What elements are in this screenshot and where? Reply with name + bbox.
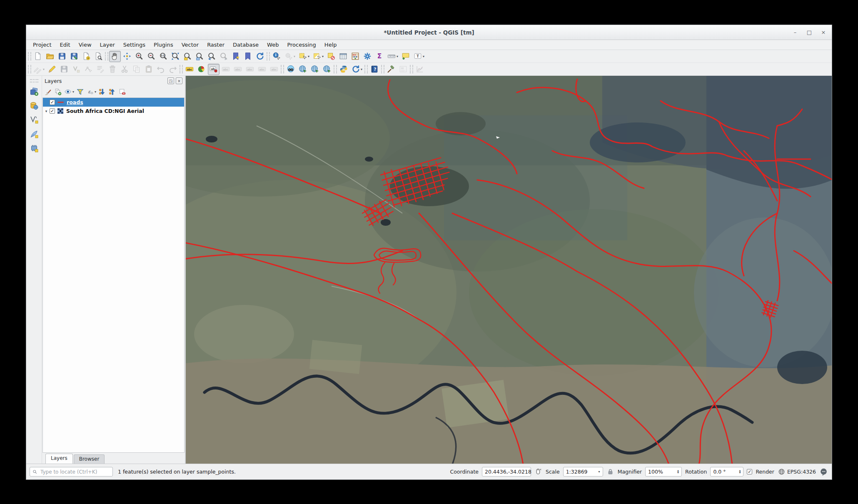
- processing-toolbox-button[interactable]: [362, 51, 373, 62]
- show-bookmarks-button[interactable]: [242, 51, 254, 62]
- toolbar-handle[interactable]: [364, 65, 368, 73]
- select-features-button[interactable]: ▾: [297, 51, 311, 62]
- menu-item[interactable]: Edit: [55, 41, 74, 49]
- field-calculator-button[interactable]: [349, 51, 361, 62]
- toolbar-handle[interactable]: [410, 65, 413, 73]
- zoom-native-button[interactable]: [157, 51, 169, 62]
- toolbar-handle[interactable]: [30, 79, 38, 82]
- new-shapefile-layer-button[interactable]: [28, 114, 40, 126]
- toolbar-handle[interactable]: [334, 65, 337, 73]
- collapse-all-button[interactable]: [108, 87, 117, 97]
- cut-features-button[interactable]: [119, 64, 130, 75]
- pin-labels-button[interactable]: [208, 64, 219, 75]
- delete-selected-button[interactable]: [107, 64, 118, 75]
- dock-tab[interactable]: Browser: [74, 454, 105, 464]
- data-source-manager-button[interactable]: [28, 86, 40, 97]
- scale-combobox[interactable]: 1:32869▾: [563, 467, 603, 477]
- new-geopackage-layer-button[interactable]: [28, 100, 40, 112]
- add-feature-button[interactable]: [70, 64, 82, 75]
- rotation-spinbox[interactable]: 0.0 °▴▾: [710, 467, 743, 477]
- extents-toggle-icon[interactable]: [534, 468, 542, 476]
- new-project-button[interactable]: [32, 51, 44, 62]
- save-project-button[interactable]: [56, 51, 68, 62]
- close-button[interactable]: ×: [819, 29, 828, 35]
- menu-item[interactable]: Vector: [177, 41, 203, 49]
- refresh-map-button[interactable]: [254, 51, 266, 62]
- statistics-button[interactable]: [374, 51, 385, 62]
- menu-item[interactable]: View: [75, 41, 96, 49]
- toolbar-handle[interactable]: [281, 65, 284, 73]
- dropdown-arrow-icon[interactable]: ▾: [361, 67, 362, 71]
- reload-plugin-button[interactable]: ▾: [350, 64, 364, 75]
- open-layer-styling-button[interactable]: [44, 87, 52, 97]
- panel-float-button[interactable]: ◳: [167, 77, 174, 84]
- layer-diagram-button[interactable]: [196, 64, 207, 75]
- open-attribute-table-button[interactable]: [337, 51, 349, 62]
- dropdown-arrow-icon[interactable]: ▾: [308, 55, 309, 58]
- osm-place-search-button[interactable]: [385, 64, 397, 75]
- toggle-editing-button[interactable]: [46, 64, 58, 75]
- layer-checkbox[interactable]: ✓: [50, 100, 55, 105]
- title-bar[interactable]: *Untitled Project - QGIS [tm] –□×: [26, 25, 832, 40]
- deselect-features-button[interactable]: ▾: [311, 51, 325, 62]
- menu-item[interactable]: Processing: [283, 41, 320, 49]
- web-service-3-button[interactable]: [321, 64, 333, 75]
- toolbar-handle[interactable]: [267, 52, 270, 60]
- menu-item[interactable]: Raster: [203, 41, 229, 49]
- move-label-button[interactable]: [244, 64, 256, 75]
- menu-item[interactable]: Plugins: [150, 41, 177, 49]
- web-service-1-button[interactable]: [297, 64, 309, 75]
- spin-buttons[interactable]: ▴▾: [677, 470, 679, 474]
- copy-features-button[interactable]: [131, 64, 142, 75]
- current-edits-button[interactable]: ▾: [32, 64, 46, 75]
- scale-lock-icon[interactable]: [606, 468, 614, 476]
- identify-features-button[interactable]: [271, 51, 282, 62]
- messages-icon[interactable]: [819, 467, 828, 477]
- maximize-button[interactable]: □: [805, 29, 813, 35]
- crs-indicator[interactable]: EPSG:4326: [778, 468, 816, 476]
- python-console-button[interactable]: [338, 64, 349, 75]
- help-contents-button[interactable]: [369, 64, 380, 75]
- map-tips-button[interactable]: [400, 51, 412, 62]
- dropdown-arrow-icon[interactable]: ▾: [294, 55, 295, 58]
- map-canvas[interactable]: [186, 76, 832, 464]
- layer-item-aerial[interactable]: ▾ ✓ South Africa CD:NGI Aerial: [43, 107, 184, 115]
- open-project-button[interactable]: [44, 51, 56, 62]
- menu-item[interactable]: Help: [320, 41, 341, 49]
- dock-tab[interactable]: Layers: [45, 454, 73, 464]
- layer-labeling-button[interactable]: [184, 64, 195, 75]
- filter-by-expression-button[interactable]: ▾: [86, 87, 97, 97]
- dropdown-arrow-icon[interactable]: ▾: [72, 90, 74, 94]
- layer-label[interactable]: South Africa CD:NGI Aerial: [66, 108, 144, 114]
- expander-icon[interactable]: ▾: [43, 109, 50, 113]
- new-spatialite-layer-button[interactable]: [28, 128, 40, 140]
- undo-button[interactable]: [155, 64, 167, 75]
- menu-item[interactable]: Web: [263, 41, 283, 49]
- profile-tool-button[interactable]: [414, 64, 426, 75]
- modify-attributes-button[interactable]: [95, 64, 106, 75]
- zoom-to-layer-button[interactable]: [194, 51, 205, 62]
- layout-manager-button[interactable]: [92, 51, 104, 62]
- toolbar-handle[interactable]: [28, 65, 31, 73]
- rotate-label-button[interactable]: [256, 64, 268, 75]
- new-bookmark-button[interactable]: [230, 51, 242, 62]
- highlight-pinned-labels-button[interactable]: [220, 64, 232, 75]
- locate-input[interactable]: [40, 469, 110, 475]
- pan-to-selection-button[interactable]: [121, 51, 133, 62]
- expand-all-button[interactable]: [98, 87, 107, 97]
- panel-close-button[interactable]: ×: [176, 77, 182, 84]
- remove-layer-button[interactable]: [118, 87, 127, 97]
- menu-item[interactable]: Settings: [119, 41, 150, 49]
- layer-label[interactable]: roads: [67, 99, 83, 105]
- change-label-button[interactable]: [268, 64, 280, 75]
- toolbar-handle[interactable]: [381, 65, 384, 73]
- dropdown-arrow-icon[interactable]: ▾: [397, 55, 398, 58]
- toolbar-handle[interactable]: [180, 65, 183, 73]
- save-project-as-button[interactable]: [68, 51, 80, 62]
- deselect-all-layers-button[interactable]: [325, 51, 337, 62]
- save-layer-edits-button[interactable]: [58, 64, 70, 75]
- layer-item-roads[interactable]: ✓ roads: [43, 98, 184, 107]
- add-group-button[interactable]: [54, 87, 62, 97]
- redo-button[interactable]: [167, 64, 179, 75]
- coordinate-input[interactable]: 20.4436,-34.0218: [482, 467, 531, 477]
